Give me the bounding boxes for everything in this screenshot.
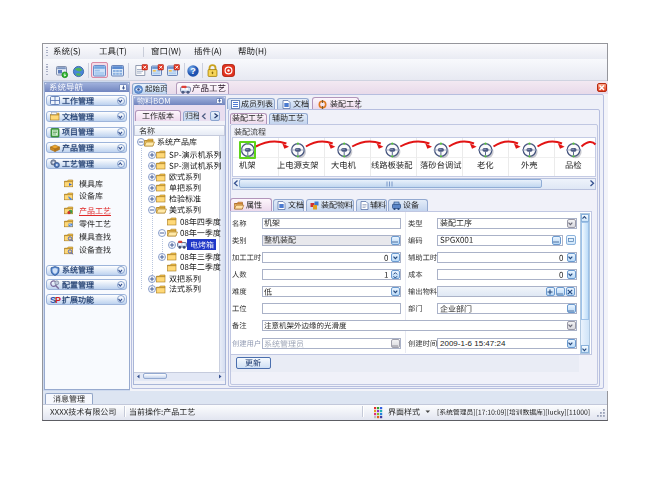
svg-text:?: ? <box>190 66 196 76</box>
svg-text:P: P <box>55 295 61 305</box>
